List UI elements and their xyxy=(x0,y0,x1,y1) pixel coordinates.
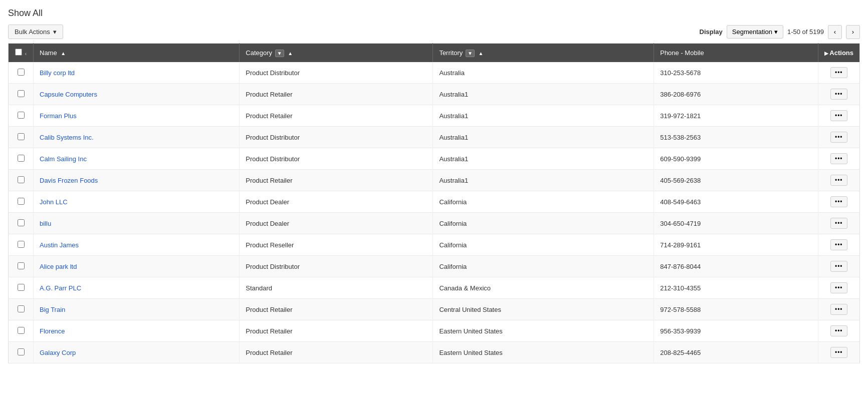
row-name[interactable]: John LLC xyxy=(34,191,240,213)
toolbar: Bulk Actions ▾ Display Segmentation ▾ 1-… xyxy=(8,25,860,39)
row-territory: Australia1 xyxy=(433,170,654,191)
table-row: John LLCProduct DealerCalifornia408-549-… xyxy=(9,191,860,213)
row-actions-button[interactable]: ••• xyxy=(830,218,847,229)
collapse-icon: ‹ xyxy=(25,51,27,57)
row-actions-cell: ••• xyxy=(818,170,859,191)
row-checkbox[interactable] xyxy=(18,112,25,119)
row-checkbox[interactable] xyxy=(18,155,25,162)
row-actions-button[interactable]: ••• xyxy=(830,261,847,272)
row-name[interactable]: Florence xyxy=(34,320,240,342)
th-actions: Actions xyxy=(818,44,859,63)
row-actions-cell: ••• xyxy=(818,234,859,256)
row-territory: Australia xyxy=(433,62,654,84)
row-checkbox[interactable] xyxy=(18,284,25,291)
row-name[interactable]: Calm Sailing Inc xyxy=(34,148,240,170)
row-checkbox[interactable] xyxy=(18,219,25,226)
next-page-button[interactable]: › xyxy=(846,25,860,39)
row-actions-button[interactable]: ••• xyxy=(830,325,847,336)
row-checkbox[interactable] xyxy=(18,198,25,205)
row-category: Product Retailer xyxy=(240,170,433,191)
th-phone-label: Phone - Mobile xyxy=(660,49,704,57)
row-checkbox[interactable] xyxy=(18,305,25,312)
th-category-label: Category xyxy=(246,49,272,57)
row-actions-button[interactable]: ••• xyxy=(830,196,847,207)
th-name: Name ▲ xyxy=(34,44,240,63)
row-actions-button[interactable]: ••• xyxy=(830,132,847,143)
table-row: FlorenceProduct RetailerEastern United S… xyxy=(9,320,860,342)
display-label: Display xyxy=(700,28,723,36)
segmentation-button[interactable]: Segmentation ▾ xyxy=(727,25,783,39)
name-sort-icon[interactable]: ▲ xyxy=(61,51,66,56)
row-name[interactable]: Galaxy Corp xyxy=(34,342,240,363)
th-territory-label: Territory xyxy=(439,49,463,57)
row-actions-button[interactable]: ••• xyxy=(830,89,847,100)
bulk-actions-label: Bulk Actions xyxy=(15,28,50,36)
row-territory: Australia1 xyxy=(433,127,654,148)
row-checkbox-cell xyxy=(9,234,34,256)
territory-sort-icon[interactable]: ▲ xyxy=(479,51,484,56)
row-actions-cell: ••• xyxy=(818,191,859,213)
row-checkbox-cell xyxy=(9,127,34,148)
row-phone: 956-353-9939 xyxy=(654,320,818,342)
row-category: Product Reseller xyxy=(240,234,433,256)
row-checkbox[interactable] xyxy=(18,348,25,355)
table-row: Austin JamesProduct ResellerCalifornia71… xyxy=(9,234,860,256)
row-territory: California xyxy=(433,256,654,277)
row-actions-cell: ••• xyxy=(818,127,859,148)
row-category: Product Retailer xyxy=(240,320,433,342)
row-phone: 847-876-8044 xyxy=(654,256,818,277)
row-category: Product Distributor xyxy=(240,127,433,148)
row-checkbox[interactable] xyxy=(18,176,25,183)
select-all-checkbox[interactable] xyxy=(15,49,22,56)
th-category: Category ▼ ▲ xyxy=(240,44,433,63)
row-name[interactable]: billu xyxy=(34,213,240,234)
prev-page-button[interactable]: ‹ xyxy=(828,25,842,39)
row-checkbox[interactable] xyxy=(18,241,25,248)
row-actions-button[interactable]: ••• xyxy=(830,110,847,121)
table-row: Alice park ltdProduct DistributorCalifor… xyxy=(9,256,860,277)
row-actions-button[interactable]: ••• xyxy=(830,304,847,315)
row-actions-button[interactable]: ••• xyxy=(830,175,847,186)
row-checkbox-cell xyxy=(9,191,34,213)
row-actions-button[interactable]: ••• xyxy=(830,347,847,358)
row-checkbox-cell xyxy=(9,213,34,234)
row-name[interactable]: A.G. Parr PLC xyxy=(34,277,240,299)
row-actions-button[interactable]: ••• xyxy=(830,153,847,164)
row-phone: 972-578-5588 xyxy=(654,299,818,320)
row-checkbox[interactable] xyxy=(18,262,25,269)
row-checkbox-cell xyxy=(9,299,34,320)
row-checkbox[interactable] xyxy=(18,327,25,334)
row-category: Product Dealer xyxy=(240,191,433,213)
row-actions-button[interactable]: ••• xyxy=(830,282,847,293)
row-checkbox[interactable] xyxy=(18,69,25,76)
row-territory: California xyxy=(433,191,654,213)
th-phone: Phone - Mobile xyxy=(654,44,818,63)
row-actions-button[interactable]: ••• xyxy=(830,67,847,78)
row-category: Product Retailer xyxy=(240,299,433,320)
bulk-actions-button[interactable]: Bulk Actions ▾ xyxy=(8,25,63,39)
row-name[interactable]: Forman Plus xyxy=(34,105,240,127)
row-phone: 319-972-1821 xyxy=(654,105,818,127)
category-filter-icon[interactable]: ▼ xyxy=(275,50,284,57)
row-actions-cell: ••• xyxy=(818,320,859,342)
row-name[interactable]: Alice park ltd xyxy=(34,256,240,277)
row-name[interactable]: Davis Frozen Foods xyxy=(34,170,240,191)
row-territory: Eastern United States xyxy=(433,342,654,363)
row-phone: 386-208-6976 xyxy=(654,84,818,105)
row-territory: Eastern United States xyxy=(433,320,654,342)
row-name[interactable]: Calib Systems Inc. xyxy=(34,127,240,148)
category-sort-icon[interactable]: ▲ xyxy=(288,51,293,56)
row-checkbox[interactable] xyxy=(18,90,25,97)
pagination-info: 1-50 of 5199 xyxy=(787,28,824,36)
row-actions-cell: ••• xyxy=(818,148,859,170)
row-name[interactable]: Billy corp ltd xyxy=(34,62,240,84)
row-actions-button[interactable]: ••• xyxy=(830,239,847,250)
row-name[interactable]: Big Train xyxy=(34,299,240,320)
row-name[interactable]: Austin James xyxy=(34,234,240,256)
prev-icon: ‹ xyxy=(834,28,836,36)
table-row: Calm Sailing IncProduct DistributorAustr… xyxy=(9,148,860,170)
row-checkbox[interactable] xyxy=(18,133,25,140)
territory-filter-icon[interactable]: ▼ xyxy=(466,50,475,57)
row-name[interactable]: Capsule Computers xyxy=(34,84,240,105)
row-phone: 609-590-9399 xyxy=(654,148,818,170)
